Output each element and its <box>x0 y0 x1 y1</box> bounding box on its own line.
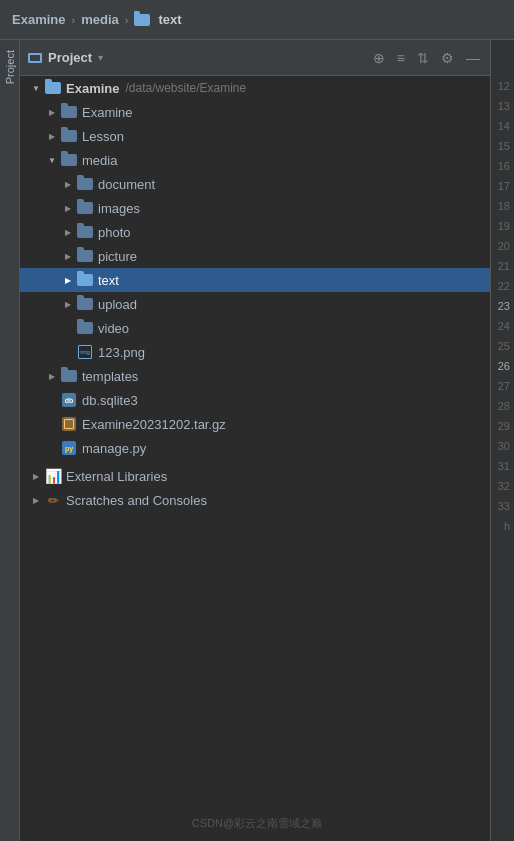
line-15: 15 <box>498 136 510 156</box>
project-panel: Project ▾ ⊕ ≡ ⇅ ⚙ — Examine /data/websit… <box>20 40 490 841</box>
line-numbers: 12 13 14 15 16 17 18 19 20 21 22 23 24 2… <box>490 40 514 841</box>
label-examine-root: Examine <box>66 81 119 96</box>
label-archive: Examine20231202.tar.gz <box>82 417 226 432</box>
folder-icon-photo <box>76 225 94 239</box>
toolbar-icons: ⊕ ≡ ⇅ ⚙ — <box>371 48 482 68</box>
tree-item-db[interactable]: db db.sqlite3 <box>20 388 490 412</box>
line-16: 16 <box>498 156 510 176</box>
toolbar-sort-icon[interactable]: ⇅ <box>415 48 431 68</box>
line-25: 25 <box>498 336 510 356</box>
tree-item-photo[interactable]: photo <box>20 220 490 244</box>
arrow-upload <box>60 296 76 312</box>
tree-item-ext-libs[interactable]: 📊 External Libraries <box>20 464 490 488</box>
line-30: 30 <box>498 436 510 456</box>
label-lesson: Lesson <box>82 129 124 144</box>
tree-item-lesson[interactable]: Lesson <box>20 124 490 148</box>
label-text: text <box>98 273 119 288</box>
line-18: 18 <box>498 196 510 216</box>
tree-item-document[interactable]: document <box>20 172 490 196</box>
label-scratches: Scratches and Consoles <box>66 493 207 508</box>
toolbar-minimize-icon[interactable]: — <box>464 48 482 68</box>
line-h: h <box>504 516 510 536</box>
label-images: images <box>98 201 140 216</box>
line-33: 33 <box>498 496 510 516</box>
line-29: 29 <box>498 416 510 436</box>
label-upload: upload <box>98 297 137 312</box>
toolbar-collapse-icon[interactable]: ≡ <box>395 48 407 68</box>
breadcrumb-sep-2: › <box>125 14 129 26</box>
toolbar-locate-icon[interactable]: ⊕ <box>371 48 387 68</box>
line-31: 31 <box>498 456 510 476</box>
line-21: 21 <box>498 256 510 276</box>
breadcrumb-bar: Examine › media › text <box>0 0 514 40</box>
line-19: 19 <box>498 216 510 236</box>
breadcrumb-media[interactable]: media <box>81 12 119 27</box>
label-document: document <box>98 177 155 192</box>
label-manage: manage.py <box>82 441 146 456</box>
folder-icon-video <box>76 321 94 335</box>
folder-icon-upload <box>76 297 94 311</box>
folder-icon-templates <box>60 369 78 383</box>
sqlite-icon: db <box>60 393 78 407</box>
arrow-text <box>60 272 76 288</box>
tree-item-manage[interactable]: py manage.py <box>20 436 490 460</box>
arrow-media <box>44 152 60 168</box>
tree-item-upload[interactable]: upload <box>20 292 490 316</box>
tree-item-images[interactable]: images <box>20 196 490 220</box>
panel-dropdown-arrow[interactable]: ▾ <box>98 52 103 63</box>
tree-item-archive[interactable]: Examine20231202.tar.gz <box>20 412 490 436</box>
arrow-scratches <box>28 492 44 508</box>
tree-item-scratches[interactable]: ✏ Scratches and Consoles <box>20 488 490 512</box>
main-area: Project Project ▾ ⊕ ≡ ⇅ ⚙ — <box>0 40 514 841</box>
panel-folder-icon <box>28 53 42 63</box>
arrow-ext-libs <box>28 468 44 484</box>
tree-item-picture[interactable]: picture <box>20 244 490 268</box>
arrow-lesson <box>44 128 60 144</box>
line-24: 24 <box>498 316 510 336</box>
label-video: video <box>98 321 129 336</box>
line-32: 32 <box>498 476 510 496</box>
breadcrumb-folder-icon <box>134 14 150 26</box>
label-db: db.sqlite3 <box>82 393 138 408</box>
folder-icon-picture <box>76 249 94 263</box>
png-file-icon: img <box>76 345 94 359</box>
tree-item-video[interactable]: video <box>20 316 490 340</box>
label-examine-sub: Examine <box>82 105 133 120</box>
tree-item-text[interactable]: text <box>20 268 490 292</box>
scratches-icon: ✏ <box>44 493 62 507</box>
archive-file-icon <box>60 417 78 431</box>
vertical-tab[interactable]: Project <box>0 40 20 841</box>
arrow-images <box>60 200 76 216</box>
line-17: 17 <box>498 176 510 196</box>
breadcrumb-text: text <box>158 12 181 27</box>
breadcrumb-examine[interactable]: Examine <box>12 12 65 27</box>
arrow-examine-root <box>28 80 44 96</box>
folder-icon-media <box>60 153 78 167</box>
line-22: 22 <box>498 276 510 296</box>
line-27: 27 <box>498 376 510 396</box>
tree-item-png[interactable]: img 123.png <box>20 340 490 364</box>
label-ext-libs: External Libraries <box>66 469 167 484</box>
watermark: CSDN@彩云之南雪域之巅 <box>192 816 322 831</box>
arrow-templates <box>44 368 60 384</box>
tree-item-examine-sub[interactable]: Examine <box>20 100 490 124</box>
tree-item-templates[interactable]: templates <box>20 364 490 388</box>
tree-item-examine-root[interactable]: Examine /data/website/Examine <box>20 76 490 100</box>
label-templates: templates <box>82 369 138 384</box>
panel-title: Project <box>48 50 92 65</box>
line-13: 13 <box>498 96 510 116</box>
toolbar-settings-icon[interactable]: ⚙ <box>439 48 456 68</box>
vertical-tab-label[interactable]: Project <box>4 50 16 84</box>
path-examine-root: /data/website/Examine <box>125 81 246 95</box>
line-26: 26 <box>498 356 510 376</box>
tree-item-media[interactable]: media <box>20 148 490 172</box>
arrow-document <box>60 176 76 192</box>
folder-icon-document <box>76 177 94 191</box>
line-12: 12 <box>498 76 510 96</box>
arrow-picture <box>60 248 76 264</box>
tree-area[interactable]: Examine /data/website/Examine Examine Le… <box>20 76 490 841</box>
folder-icon-images <box>76 201 94 215</box>
folder-icon-examine-root <box>44 81 62 95</box>
panel-title-group: Project ▾ <box>28 50 363 65</box>
panel-toolbar: Project ▾ ⊕ ≡ ⇅ ⚙ — <box>20 40 490 76</box>
